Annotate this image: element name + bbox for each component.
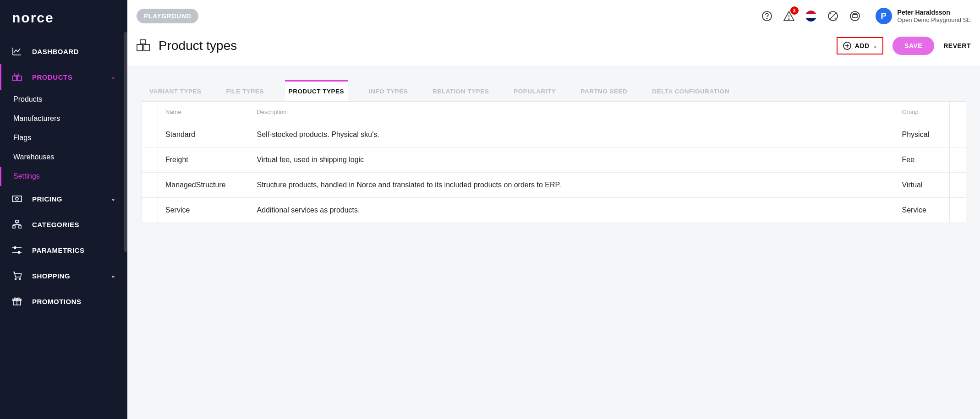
- table-row[interactable]: ManagedStructure Structure products, han…: [142, 173, 966, 198]
- sidebar-item-products[interactable]: PRODUCTS ⌄: [0, 64, 127, 90]
- chevron-down-icon: ⌄: [111, 74, 116, 80]
- user-subtext: Open Demo Playground SE: [898, 16, 971, 24]
- svg-rect-7: [19, 226, 22, 228]
- svg-rect-28: [853, 15, 857, 17]
- svg-rect-32: [140, 40, 146, 44]
- sidebar-item-label: PRODUCTS: [32, 73, 72, 81]
- tab-delta-configuration[interactable]: DELTA CONFIGURATION: [648, 80, 733, 101]
- page-title: Product types: [159, 38, 237, 53]
- product-types-table: Name Description Group Standard Self-sto…: [141, 102, 966, 223]
- chevron-down-icon: ⌄: [111, 196, 116, 202]
- sidebar-item-label: SHOPPING: [32, 272, 70, 280]
- sidebar-item-shopping[interactable]: SHOPPING ⌄: [0, 263, 127, 288]
- svg-rect-29: [854, 13, 856, 15]
- cell-group: Virtual: [895, 173, 950, 198]
- sidebar-subitem-products[interactable]: Products: [0, 90, 127, 109]
- tools-icon[interactable]: [827, 10, 839, 22]
- main: PLAYGROUND 3: [127, 0, 980, 419]
- cell-name: ManagedStructure: [158, 173, 250, 198]
- money-icon: [12, 194, 22, 203]
- sidebar-item-label: DASHBOARD: [32, 48, 79, 55]
- alert-icon[interactable]: 3: [783, 10, 795, 22]
- cell-description: Self-stocked products. Physical sku's.: [250, 122, 895, 147]
- help-icon[interactable]: [761, 10, 773, 22]
- tab-product-types[interactable]: PRODUCT TYPES: [285, 80, 348, 101]
- sidebar-item-label: PROMOTIONS: [32, 298, 82, 305]
- sliders-icon: [12, 245, 22, 255]
- svg-line-26: [830, 13, 836, 19]
- cell-name: Service: [158, 198, 250, 223]
- cell-name: Freight: [158, 147, 250, 173]
- topbar: PLAYGROUND 3: [127, 0, 980, 32]
- chevron-down-icon: ⌄: [873, 44, 877, 49]
- table-header-name[interactable]: Name: [158, 102, 250, 122]
- cell-group: Service: [895, 198, 950, 223]
- tab-popularity[interactable]: POPULARITY: [510, 80, 559, 101]
- sidebar-subitem-warehouses[interactable]: Warehouses: [0, 147, 127, 167]
- sidebar-subitem-settings[interactable]: Settings: [0, 167, 127, 186]
- svg-rect-0: [12, 76, 16, 81]
- chart-icon: [12, 47, 22, 56]
- sidebar-item-categories[interactable]: CATEGORIES: [0, 212, 127, 237]
- sidebar-item-label: PARAMETRICS: [32, 246, 84, 254]
- sidebar-item-pricing[interactable]: PRICING ⌄: [0, 186, 127, 212]
- svg-rect-3: [12, 196, 22, 201]
- sidebar-item-promotions[interactable]: PROMOTIONS: [0, 288, 127, 314]
- add-button[interactable]: ADD ⌄: [837, 37, 883, 54]
- svg-point-22: [766, 18, 767, 19]
- user-menu[interactable]: P Peter Haraldsson Open Demo Playground …: [876, 8, 971, 24]
- sidebar-subitem-manufacturers[interactable]: Manufacturers: [0, 109, 127, 128]
- tabs: VARIANT TYPES FILE TYPES PRODUCT TYPES I…: [141, 80, 966, 102]
- cell-group: Physical: [895, 122, 950, 147]
- svg-rect-6: [12, 226, 15, 228]
- sidebar-item-parametrics[interactable]: PARAMETRICS: [0, 237, 127, 263]
- page-header: Product types ADD ⌄ SAVE REVERT: [127, 32, 980, 66]
- chevron-down-icon: ⌄: [111, 272, 116, 279]
- table-row[interactable]: Freight Virtual fee, used in shipping lo…: [142, 147, 966, 173]
- sidebar-item-dashboard[interactable]: DASHBOARD: [0, 38, 127, 64]
- sidebar-subnav-products: Products Manufacturers Flags Warehouses …: [0, 90, 127, 186]
- content: VARIANT TYPES FILE TYPES PRODUCT TYPES I…: [127, 66, 980, 419]
- cart-icon: [12, 271, 22, 280]
- sidebar-item-label: PRICING: [32, 195, 62, 203]
- user-name: Peter Haraldsson: [898, 9, 971, 16]
- cell-description: Additional services as products.: [250, 198, 895, 223]
- brand-logo: norce: [0, 0, 127, 35]
- sidebar-nav: DASHBOARD PRODUCTS ⌄ Products Manufactur…: [0, 35, 127, 314]
- svg-rect-5: [16, 220, 18, 223]
- sidebar: norce DASHBOARD PRODUCTS ⌄ Products Manu…: [0, 0, 127, 419]
- table-header-description[interactable]: Description: [250, 102, 895, 122]
- svg-point-17: [19, 278, 21, 280]
- tab-variant-types[interactable]: VARIANT TYPES: [146, 80, 205, 101]
- locale-flag-icon[interactable]: [805, 10, 817, 22]
- svg-point-4: [16, 197, 18, 200]
- avatar: P: [876, 8, 892, 24]
- plus-circle-icon: [843, 42, 851, 50]
- product-icon: [12, 72, 22, 82]
- svg-point-27: [850, 11, 860, 21]
- tab-file-types[interactable]: FILE TYPES: [223, 80, 268, 101]
- sidebar-subitem-flags[interactable]: Flags: [0, 128, 127, 147]
- svg-point-24: [788, 19, 789, 20]
- notification-badge: 3: [790, 6, 799, 15]
- cell-description: Virtual fee, used in shipping logic: [250, 147, 895, 173]
- svg-point-16: [15, 278, 16, 280]
- svg-rect-30: [137, 44, 142, 51]
- cell-description: Structure products, handled in Norce and…: [250, 173, 895, 198]
- tree-icon: [12, 220, 22, 229]
- table-row[interactable]: Standard Self-stocked products. Physical…: [142, 122, 966, 147]
- gift-icon: [12, 297, 22, 306]
- table-header-group[interactable]: Group: [895, 102, 950, 122]
- tab-relation-types[interactable]: RELATION TYPES: [429, 80, 493, 101]
- sidebar-item-label: CATEGORIES: [32, 221, 79, 229]
- environment-pill: PLAYGROUND: [137, 9, 198, 23]
- print-icon[interactable]: [849, 10, 861, 22]
- tab-info-types[interactable]: INFO TYPES: [365, 80, 411, 101]
- svg-rect-14: [14, 247, 16, 249]
- save-button[interactable]: SAVE: [892, 37, 934, 55]
- revert-button[interactable]: REVERT: [943, 42, 971, 49]
- cell-group: Fee: [895, 147, 950, 173]
- table-row[interactable]: Service Additional services as products.…: [142, 198, 966, 223]
- svg-rect-31: [144, 44, 149, 51]
- tab-partno-seed[interactable]: PARTNO SEED: [577, 80, 631, 101]
